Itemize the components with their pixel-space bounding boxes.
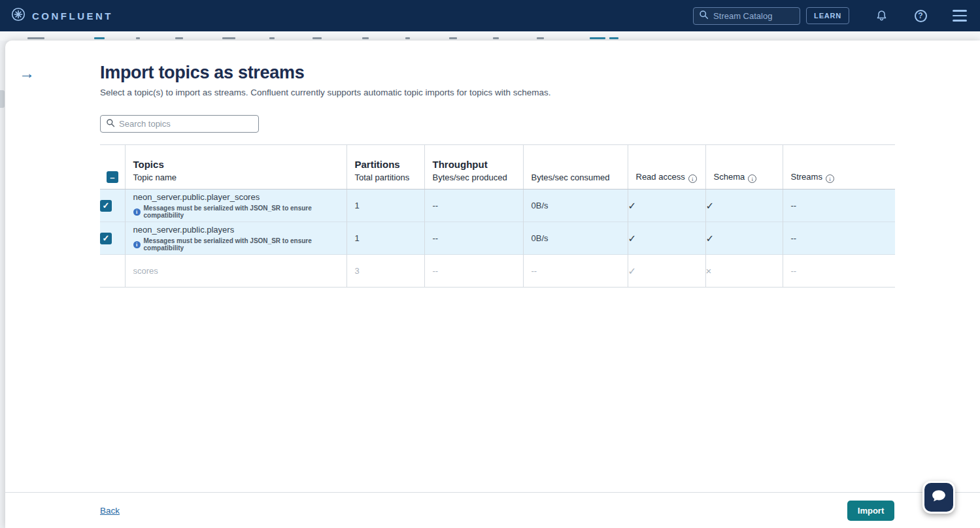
group-header-partitions: Partitions <box>346 145 424 170</box>
col-topic-name: Topic name <box>125 170 346 190</box>
table-group-header-row: Topics Partitions Throughput <box>100 145 895 170</box>
cell-partitions: 3 <box>346 255 424 288</box>
row-checkbox[interactable]: ✓ <box>100 233 112 244</box>
stream-catalog-searchbox[interactable] <box>693 7 800 25</box>
notifications-bell-icon[interactable] <box>874 8 888 23</box>
collapsed-sidebar-tab <box>0 90 5 108</box>
topic-name: scores <box>133 266 346 276</box>
cell-streams: -- <box>783 190 895 222</box>
confluent-logo-icon <box>10 7 26 25</box>
cell-schema-check: ✓ <box>705 222 783 255</box>
cell-bytes-consumed: 0B/s <box>523 222 628 255</box>
brand-name: CONFLUENT <box>32 10 113 22</box>
cell-schema-cross: × <box>705 255 783 288</box>
breadcrumb-clipped <box>27 37 618 39</box>
cell-bytes-consumed: -- <box>523 255 628 288</box>
hamburger-menu-icon[interactable] <box>953 8 967 23</box>
topic-note: i Messages must be serialized with JSON_… <box>133 237 346 252</box>
topics-table: Topics Partitions Throughput – Topic nam… <box>100 144 895 288</box>
info-icon: i <box>133 241 141 248</box>
table-column-header-row: – Topic name Total partitions Bytes/sec … <box>100 170 895 190</box>
cell-streams: -- <box>783 255 895 288</box>
cell-bytes-consumed: 0B/s <box>523 190 628 222</box>
col-total-partitions: Total partitions <box>346 170 424 190</box>
cell-bytes-produced: -- <box>424 255 523 288</box>
table-row[interactable]: ✓ neon_server.public.players i Messages … <box>100 222 895 255</box>
top-navbar: CONFLUENT LEARN ? <box>0 0 980 31</box>
col-read-access: Read accessi <box>628 170 705 190</box>
select-all-checkbox[interactable]: – <box>107 171 118 183</box>
topic-note: i Messages must be serialized with JSON_… <box>133 205 346 219</box>
info-icon: i <box>133 208 141 216</box>
table-row-disabled: scores 3 -- -- ✓ × -- <box>100 255 895 288</box>
cell-streams: -- <box>783 222 895 255</box>
confluent-brand[interactable]: CONFLUENT <box>10 7 113 25</box>
col-schema: Schemai <box>705 170 783 190</box>
import-topics-panel: → Import topics as streams Select a topi… <box>5 41 980 528</box>
help-icon[interactable]: ? <box>913 8 928 23</box>
col-bytes-consumed: Bytes/sec consumed <box>523 170 628 190</box>
cell-bytes-produced: -- <box>424 222 523 255</box>
background-page-strip <box>0 31 980 41</box>
chat-widget-button[interactable] <box>922 481 955 514</box>
cell-schema-check: ✓ <box>705 190 783 222</box>
search-icon <box>699 10 709 22</box>
collapse-panel-arrow-icon[interactable]: → <box>19 65 35 81</box>
chat-bubble-icon <box>930 487 948 508</box>
col-bytes-produced: Bytes/sec produced <box>424 170 523 190</box>
cell-bytes-produced: -- <box>424 190 523 222</box>
topic-search-input[interactable] <box>119 119 243 129</box>
group-header-throughput: Throughput <box>424 145 523 170</box>
topic-search-box[interactable] <box>100 115 259 133</box>
info-icon[interactable]: i <box>826 174 834 183</box>
page-title: Import topics as streams <box>100 63 980 83</box>
info-icon[interactable]: i <box>748 174 756 183</box>
table-row[interactable]: ✓ neon_server.public.player_scores i Mes… <box>100 190 895 222</box>
topic-name: neon_server.public.players <box>133 225 346 235</box>
stream-catalog-input[interactable] <box>713 11 792 21</box>
cell-read-access-check: ✓ <box>628 255 705 288</box>
panel-footer: Back Import <box>5 492 980 528</box>
cell-partitions: 1 <box>346 222 424 255</box>
info-icon[interactable]: i <box>688 174 697 183</box>
cell-read-access-check: ✓ <box>628 190 705 222</box>
page-subtitle: Select a topic(s) to import as streams. … <box>100 88 980 97</box>
cell-read-access-check: ✓ <box>628 222 705 255</box>
search-icon <box>106 118 115 130</box>
group-header-topics: Topics <box>125 145 346 170</box>
cell-partitions: 1 <box>346 190 424 222</box>
col-streams: Streamsi <box>783 170 895 190</box>
import-button[interactable]: Import <box>847 501 894 521</box>
learn-button[interactable]: LEARN <box>806 7 849 24</box>
topic-name: neon_server.public.player_scores <box>133 192 346 203</box>
row-checkbox[interactable]: ✓ <box>100 200 112 212</box>
back-link[interactable]: Back <box>100 506 120 516</box>
